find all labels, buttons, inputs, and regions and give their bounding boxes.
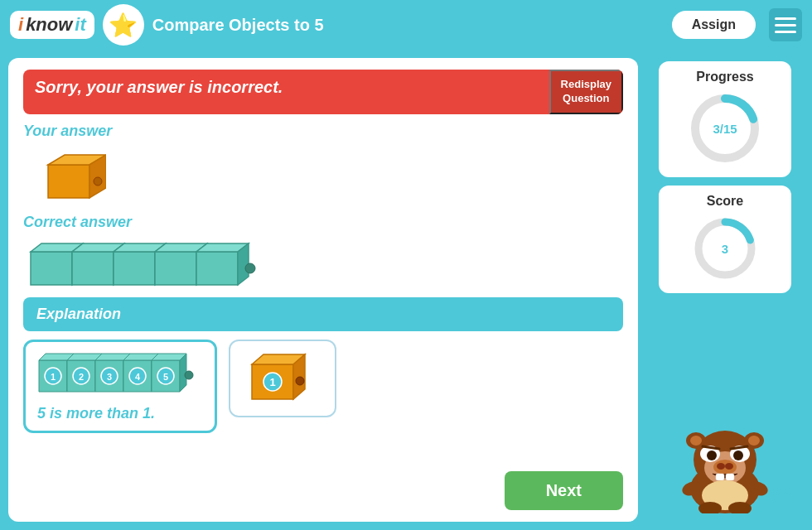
- sidebar: Progress 3/15 Score 3: [646, 58, 804, 522]
- progress-title: Progress: [696, 70, 753, 84]
- progress-donut: 3/15: [688, 91, 762, 166]
- explanation-bar: Explanation: [23, 297, 623, 331]
- explanation-one-box: 1: [229, 340, 336, 417]
- hamburger-line: [775, 17, 796, 20]
- score-title: Score: [707, 194, 743, 209]
- svg-marker-7: [72, 252, 114, 285]
- next-button[interactable]: Next: [505, 471, 623, 510]
- svg-point-61: [748, 436, 760, 446]
- svg-text:1: 1: [51, 372, 56, 382]
- svg-point-71: [725, 463, 733, 470]
- menu-button[interactable]: [769, 8, 802, 41]
- refresh-icon[interactable]: [771, 484, 795, 512]
- next-button-row: Next: [23, 471, 623, 510]
- five-is-more-text: 5 is more than 1.: [37, 405, 203, 422]
- logo-know: know: [26, 14, 72, 36]
- svg-rect-73: [726, 474, 734, 480]
- svg-point-45: [185, 371, 193, 379]
- star-icon: ⭐: [103, 4, 144, 46]
- progress-section: Progress 3/15: [659, 61, 791, 177]
- header: iknowit ⭐ Compare Objects to 5 Assign: [0, 0, 812, 50]
- svg-marker-0: [48, 165, 89, 198]
- five-cubes-visual: [27, 239, 623, 289]
- svg-text:3: 3: [107, 372, 112, 382]
- explanation-row: 1 2 3: [23, 340, 623, 433]
- assign-button[interactable]: Assign: [672, 11, 756, 39]
- svg-point-65: [707, 450, 717, 460]
- svg-point-66: [733, 450, 743, 460]
- your-answer-visual: [40, 148, 623, 205]
- incorrect-banner: Sorry, your answer is incorrect. Redispl…: [23, 70, 623, 114]
- score-section: Score 3: [659, 186, 791, 293]
- numbered-five-cubes-svg: 1 2 3: [37, 350, 203, 398]
- refresh-icon-svg: [771, 484, 795, 508]
- svg-point-59: [690, 436, 702, 446]
- five-cubes-row-svg: [27, 239, 283, 289]
- progress-value: 3/15: [713, 122, 737, 136]
- monster-svg: [675, 406, 775, 513]
- numbered-one-cube-svg: 1: [245, 349, 320, 407]
- single-cube-svg: [40, 148, 106, 202]
- content-area: Sorry, your answer is incorrect. Redispl…: [8, 58, 638, 522]
- incorrect-text: Sorry, your answer is incorrect.: [23, 70, 549, 114]
- correct-answer-label: Correct answer: [23, 214, 623, 231]
- redisplay-button[interactable]: RedisplayQuestion: [549, 70, 623, 114]
- svg-marker-10: [114, 252, 155, 285]
- hamburger-line: [775, 24, 796, 26]
- svg-text:5: 5: [163, 372, 168, 382]
- svg-point-3: [94, 177, 102, 186]
- svg-marker-4: [31, 252, 72, 285]
- svg-rect-72: [716, 474, 724, 480]
- page-title: Compare Objects to 5: [152, 16, 664, 35]
- explanation-five-box: 1 2 3: [23, 340, 217, 433]
- svg-text:1: 1: [269, 376, 275, 388]
- logo-i: i: [18, 14, 23, 36]
- logo: iknowit: [10, 11, 94, 39]
- svg-point-79: [772, 485, 794, 507]
- svg-marker-13: [155, 252, 196, 285]
- svg-marker-16: [196, 252, 238, 285]
- your-answer-label: Your answer: [23, 123, 623, 140]
- hamburger-line: [775, 31, 796, 33]
- main-layout: Sorry, your answer is incorrect. Redispl…: [0, 50, 812, 530]
- svg-text:2: 2: [79, 372, 84, 382]
- score-donut: 3: [692, 215, 758, 282]
- logo-it: it: [75, 14, 85, 36]
- svg-text:4: 4: [135, 372, 141, 382]
- score-value: 3: [722, 242, 728, 256]
- svg-point-19: [245, 263, 255, 273]
- svg-point-51: [296, 377, 304, 385]
- svg-point-70: [717, 463, 725, 470]
